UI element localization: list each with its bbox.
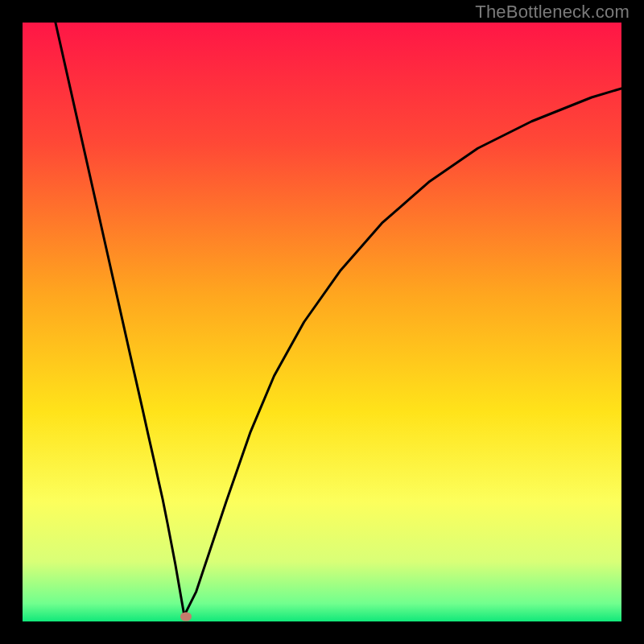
chart-frame: TheBottleneck.com <box>0 0 644 644</box>
attribution-text: TheBottleneck.com <box>475 2 630 23</box>
min-marker <box>180 613 192 621</box>
curve-layer <box>23 23 621 621</box>
bottleneck-curve <box>56 23 621 616</box>
plot-area <box>23 23 621 621</box>
